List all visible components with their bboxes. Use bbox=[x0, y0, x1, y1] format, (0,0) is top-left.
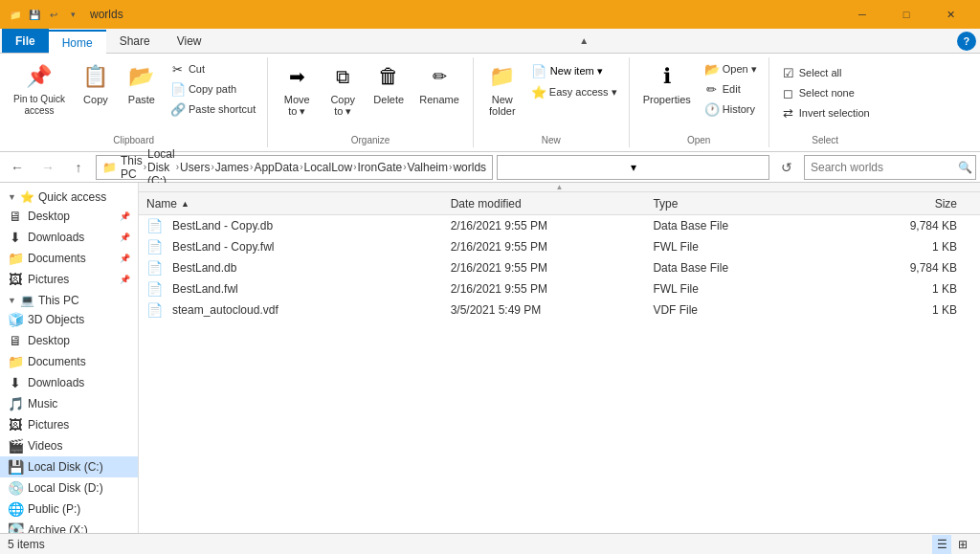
path-appdata[interactable]: AppData bbox=[254, 161, 299, 174]
ribbon-collapse-arrow[interactable]: ▲ bbox=[574, 32, 593, 51]
move-to-button[interactable]: ➡ Moveto ▾ bbox=[276, 59, 318, 120]
minimize-button[interactable]: ─ bbox=[840, 0, 884, 29]
maximize-button[interactable]: □ bbox=[884, 0, 928, 29]
new-item-button[interactable]: 📄 New item ▾ bbox=[527, 59, 621, 82]
main-content: ▼ ⭐ Quick access 🖥 Desktop 📌 ⬇ Downloads… bbox=[0, 183, 980, 533]
help-button[interactable]: ? bbox=[957, 32, 976, 51]
path-valheim[interactable]: Valheim bbox=[408, 161, 448, 174]
path-local-disk-c[interactable]: Local Disk (C:) bbox=[147, 147, 175, 188]
documents-pin-icon: 📌 bbox=[120, 254, 130, 263]
copy-path-icon: 📄 bbox=[170, 81, 186, 97]
tab-view[interactable]: View bbox=[164, 29, 215, 53]
search-input[interactable] bbox=[811, 161, 954, 174]
col-header-date[interactable]: Date modified bbox=[451, 197, 654, 211]
tab-share[interactable]: Share bbox=[106, 29, 164, 53]
sidebar-item-desktop[interactable]: 🖥 Desktop bbox=[0, 330, 138, 351]
back-button[interactable]: ← bbox=[4, 154, 31, 181]
sidebar-desktop-quick-label: Desktop bbox=[28, 210, 113, 223]
sidebar-item-pictures[interactable]: 🖼 Pictures bbox=[0, 414, 138, 435]
col-header-type[interactable]: Type bbox=[653, 197, 856, 211]
sidebar-item-videos[interactable]: 🎬 Videos bbox=[0, 435, 138, 456]
close-button[interactable]: ✕ bbox=[928, 0, 972, 29]
sidebar-downloads-label: Downloads bbox=[28, 376, 130, 389]
easy-access-icon: ⭐ bbox=[531, 84, 546, 100]
file-icon: 📄 bbox=[146, 239, 163, 255]
sidebar-item-documents[interactable]: 📁 Documents bbox=[0, 351, 138, 372]
path-worlds[interactable]: worlds bbox=[453, 161, 486, 174]
path-sep-4: › bbox=[250, 162, 253, 172]
open-button[interactable]: 📂 Open ▾ bbox=[701, 59, 761, 78]
col-header-size[interactable]: Size bbox=[856, 197, 972, 211]
address-dropdown-btn[interactable]: ▾ bbox=[497, 155, 769, 180]
select-all-button[interactable]: ☑ Select all bbox=[777, 63, 874, 82]
file-type-cell: Data Base File bbox=[653, 261, 856, 275]
cut-button[interactable]: ✂ Cut bbox=[167, 59, 259, 78]
edit-button[interactable]: ✏ Edit bbox=[701, 79, 761, 99]
archive-icon: 💽 bbox=[8, 522, 23, 533]
new-item-icon: 📄 bbox=[531, 63, 546, 78]
sidebar-item-downloads-quick[interactable]: ⬇ Downloads 📌 bbox=[0, 227, 138, 248]
status-bar: 5 items ☰ ⊞ bbox=[0, 533, 980, 554]
file-name-cell: 📄BestLand - Copy.fwl bbox=[146, 239, 451, 255]
ribbon-group-new: 📁 Newfolder 📄 New item ▾ ⭐ Easy access ▾… bbox=[474, 57, 630, 147]
pin-quick-access-button[interactable]: 📌 Pin to Quickaccess bbox=[8, 59, 71, 119]
tab-file[interactable]: File bbox=[2, 29, 49, 53]
path-this-pc[interactable]: This PC bbox=[121, 154, 143, 181]
table-row[interactable]: 📄BestLand.db 2/16/2021 9:55 PM Data Base… bbox=[139, 257, 980, 278]
folder-icon: 📁 bbox=[8, 7, 23, 22]
path-users[interactable]: Users bbox=[180, 161, 210, 174]
paste-button[interactable]: 📂 Paste bbox=[121, 59, 163, 107]
table-row[interactable]: 📄BestLand - Copy.db 2/16/2021 9:55 PM Da… bbox=[139, 215, 980, 236]
select-none-button[interactable]: ◻ Select none bbox=[777, 83, 874, 102]
rename-button[interactable]: ✏ Rename bbox=[413, 59, 465, 107]
invert-selection-button[interactable]: ⇄ Invert selection bbox=[777, 103, 874, 122]
col-header-name[interactable]: Name ▲ bbox=[146, 197, 451, 211]
new-folder-button[interactable]: 📁 Newfolder bbox=[481, 59, 523, 119]
details-view-button[interactable]: ☰ bbox=[932, 535, 951, 554]
path-locallow[interactable]: LocalLow bbox=[303, 161, 352, 174]
sidebar-item-archive[interactable]: 💽 Archive (X:) bbox=[0, 520, 138, 533]
up-button[interactable]: ↑ bbox=[65, 154, 92, 181]
path-james[interactable]: James bbox=[215, 161, 249, 174]
this-pc-arrow: ▼ bbox=[8, 296, 16, 305]
ribbon-organize-items: ➡ Moveto ▾ ⧉ Copyto ▾ 🗑 Delete ✏ Rename bbox=[276, 59, 465, 145]
copy-to-button[interactable]: ⧉ Copyto ▾ bbox=[322, 59, 364, 120]
copy-button[interactable]: 📋 Copy bbox=[75, 59, 117, 107]
forward-button[interactable]: → bbox=[34, 154, 61, 181]
search-icon[interactable]: 🔍 bbox=[958, 161, 972, 174]
table-row[interactable]: 📄steam_autocloud.vdf 3/5/2021 5:49 PM VD… bbox=[139, 299, 980, 321]
sidebar-item-desktop-quick[interactable]: 🖥 Desktop 📌 bbox=[0, 206, 138, 227]
table-row[interactable]: 📄BestLand - Copy.fwl 2/16/2021 9:55 PM F… bbox=[139, 236, 980, 257]
sidebar-item-downloads[interactable]: ⬇ Downloads bbox=[0, 372, 138, 393]
tab-home[interactable]: Home bbox=[49, 30, 106, 54]
ribbon-clipboard-items: 📌 Pin to Quickaccess 📋 Copy 📂 Paste ✂ Cu… bbox=[8, 59, 259, 145]
address-box[interactable]: 📁 This PC › Local Disk (C:) › Users › Ja… bbox=[96, 155, 493, 180]
refresh-button[interactable]: ↺ bbox=[773, 154, 800, 181]
sidebar-quick-access-header[interactable]: ▼ ⭐ Quick access bbox=[0, 187, 138, 206]
ribbon-group-organize: ➡ Moveto ▾ ⧉ Copyto ▾ 🗑 Delete ✏ Rename … bbox=[268, 57, 474, 147]
table-row[interactable]: 📄BestLand.fwl 2/16/2021 9:55 PM FWL File… bbox=[139, 278, 980, 299]
copy-path-button[interactable]: 📄 Copy path bbox=[167, 79, 259, 99]
sidebar-item-public[interactable]: 🌐 Public (P:) bbox=[0, 499, 138, 520]
select-none-icon: ◻ bbox=[781, 85, 796, 100]
sidebar-item-pictures-quick[interactable]: 🖼 Pictures 📌 bbox=[0, 269, 138, 290]
history-button[interactable]: 🕐 History bbox=[701, 100, 761, 119]
sidebar-item-local-disk-c[interactable]: 💾 Local Disk (C:) bbox=[0, 456, 138, 477]
address-bar-row: ← → ↑ 📁 This PC › Local Disk (C:) › User… bbox=[0, 152, 980, 183]
easy-access-button[interactable]: ⭐ Easy access ▾ bbox=[527, 82, 621, 101]
pictures-pin-icon: 📌 bbox=[120, 275, 130, 284]
sidebar-item-documents-quick[interactable]: 📁 Documents 📌 bbox=[0, 248, 138, 269]
local-disk-c-icon: 💾 bbox=[8, 459, 23, 475]
sidebar-item-music[interactable]: 🎵 Music bbox=[0, 393, 138, 414]
path-irongate[interactable]: IronGate bbox=[358, 161, 403, 174]
paste-shortcut-button[interactable]: 🔗 Paste shortcut bbox=[167, 100, 259, 119]
rename-icon: ✏ bbox=[424, 61, 455, 92]
this-pc-icon: 💻 bbox=[20, 294, 34, 307]
properties-button[interactable]: ℹ Properties bbox=[637, 59, 697, 107]
sidebar-item-local-disk-d[interactable]: 💿 Local Disk (D:) bbox=[0, 477, 138, 499]
sidebar-item-3d-objects[interactable]: 🧊 3D Objects bbox=[0, 309, 138, 330]
title-bar-dropdown[interactable]: ▾ bbox=[65, 7, 80, 22]
delete-button[interactable]: 🗑 Delete bbox=[368, 59, 410, 107]
sidebar-this-pc-header[interactable]: ▼ 💻 This PC bbox=[0, 290, 138, 309]
large-icons-view-button[interactable]: ⊞ bbox=[953, 535, 972, 554]
